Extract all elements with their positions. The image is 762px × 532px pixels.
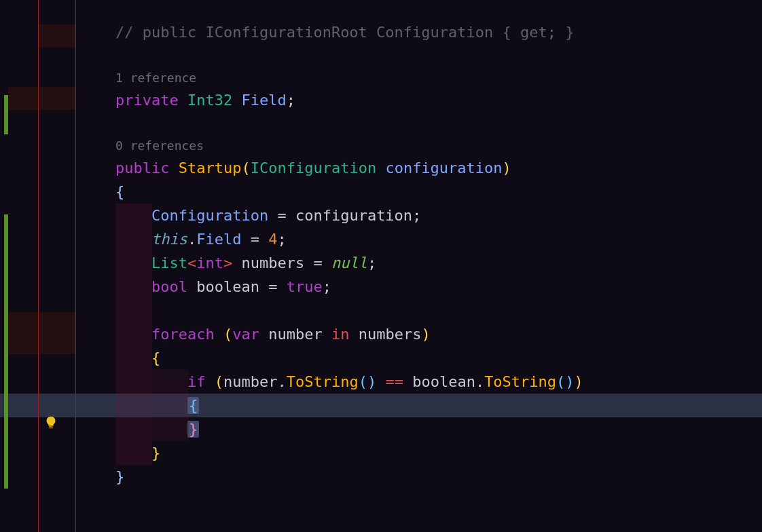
change-marker (8, 87, 75, 110)
codelens[interactable]: 1 reference (115, 68, 762, 88)
code-line[interactable]: { (115, 180, 762, 204)
blank-line[interactable] (115, 44, 762, 68)
brace-open: { (187, 397, 199, 414)
code-content[interactable]: // public IConfigurationRoot Configurati… (115, 20, 762, 489)
code-line[interactable]: } (115, 417, 762, 441)
diff-added-bar (4, 95, 8, 134)
lightbulb-icon[interactable] (43, 415, 58, 430)
code-line-active[interactable]: { (115, 394, 762, 417)
code-line[interactable]: bool boolean = true; (115, 275, 762, 299)
gutter (0, 0, 115, 532)
change-marker (39, 24, 75, 48)
code-line[interactable]: } (115, 465, 762, 489)
blank-line[interactable] (115, 112, 762, 136)
code-line[interactable]: foreach (var number in numbers) (115, 322, 762, 346)
code-line[interactable]: this.Field = 4; (115, 227, 762, 251)
code-line[interactable]: Configuration = configuration; (115, 204, 762, 227)
code-editor[interactable]: // public IConfigurationRoot Configurati… (0, 0, 762, 532)
svg-rect-0 (49, 426, 53, 427)
code-line[interactable]: private Int32 Field; (115, 88, 762, 112)
code-line[interactable]: if (number.ToString() == boolean.ToStrin… (115, 370, 762, 394)
code-line[interactable]: } (115, 441, 762, 465)
code-line[interactable]: // public IConfigurationRoot Configurati… (115, 20, 762, 44)
change-marker (8, 312, 75, 354)
ruler-line (75, 0, 76, 532)
codelens[interactable]: 0 references (115, 136, 762, 156)
comment: // public IConfigurationRoot Configurati… (115, 24, 575, 41)
code-line[interactable]: public Startup(IConfiguration configurat… (115, 156, 762, 180)
code-line[interactable]: { (115, 346, 762, 370)
brace-close: } (187, 421, 199, 438)
diff-added-bar (4, 214, 8, 489)
blank-line[interactable] (115, 299, 762, 322)
ruler-line (38, 0, 39, 532)
code-line[interactable]: List<int> numbers = null; (115, 251, 762, 275)
